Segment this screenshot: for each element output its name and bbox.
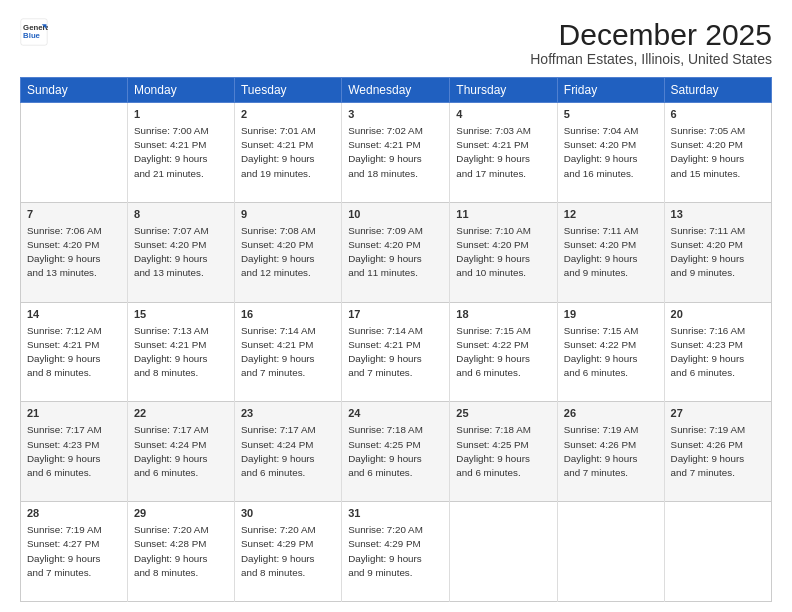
day-info: Sunrise: 7:09 AMSunset: 4:20 PMDaylight:… bbox=[348, 224, 443, 281]
day-number: 16 bbox=[241, 307, 335, 323]
calendar-cell bbox=[450, 502, 557, 602]
day-number: 30 bbox=[241, 506, 335, 522]
day-info: Sunrise: 7:15 AMSunset: 4:22 PMDaylight:… bbox=[564, 324, 658, 381]
day-number: 14 bbox=[27, 307, 121, 323]
svg-text:Blue: Blue bbox=[23, 31, 41, 40]
calendar-week-3: 14Sunrise: 7:12 AMSunset: 4:21 PMDayligh… bbox=[21, 302, 772, 402]
calendar-cell: 8Sunrise: 7:07 AMSunset: 4:20 PMDaylight… bbox=[127, 202, 234, 302]
day-number: 5 bbox=[564, 107, 658, 123]
day-info: Sunrise: 7:02 AMSunset: 4:21 PMDaylight:… bbox=[348, 124, 443, 181]
calendar-cell bbox=[21, 103, 128, 203]
day-info: Sunrise: 7:19 AMSunset: 4:26 PMDaylight:… bbox=[671, 423, 765, 480]
day-number: 22 bbox=[134, 406, 228, 422]
calendar-cell: 26Sunrise: 7:19 AMSunset: 4:26 PMDayligh… bbox=[557, 402, 664, 502]
calendar-cell: 7Sunrise: 7:06 AMSunset: 4:20 PMDaylight… bbox=[21, 202, 128, 302]
day-number: 1 bbox=[134, 107, 228, 123]
day-number: 31 bbox=[348, 506, 443, 522]
day-number: 13 bbox=[671, 207, 765, 223]
day-info: Sunrise: 7:17 AMSunset: 4:24 PMDaylight:… bbox=[241, 423, 335, 480]
col-saturday: Saturday bbox=[664, 78, 771, 103]
col-wednesday: Wednesday bbox=[342, 78, 450, 103]
calendar-cell: 23Sunrise: 7:17 AMSunset: 4:24 PMDayligh… bbox=[234, 402, 341, 502]
calendar-cell: 19Sunrise: 7:15 AMSunset: 4:22 PMDayligh… bbox=[557, 302, 664, 402]
calendar-cell: 20Sunrise: 7:16 AMSunset: 4:23 PMDayligh… bbox=[664, 302, 771, 402]
col-tuesday: Tuesday bbox=[234, 78, 341, 103]
day-info: Sunrise: 7:11 AMSunset: 4:20 PMDaylight:… bbox=[564, 224, 658, 281]
col-monday: Monday bbox=[127, 78, 234, 103]
calendar-cell: 16Sunrise: 7:14 AMSunset: 4:21 PMDayligh… bbox=[234, 302, 341, 402]
logo-icon: General Blue bbox=[20, 18, 48, 46]
calendar: Sunday Monday Tuesday Wednesday Thursday… bbox=[20, 77, 772, 602]
day-info: Sunrise: 7:12 AMSunset: 4:21 PMDaylight:… bbox=[27, 324, 121, 381]
calendar-cell: 29Sunrise: 7:20 AMSunset: 4:28 PMDayligh… bbox=[127, 502, 234, 602]
day-info: Sunrise: 7:00 AMSunset: 4:21 PMDaylight:… bbox=[134, 124, 228, 181]
calendar-cell: 18Sunrise: 7:15 AMSunset: 4:22 PMDayligh… bbox=[450, 302, 557, 402]
day-info: Sunrise: 7:04 AMSunset: 4:20 PMDaylight:… bbox=[564, 124, 658, 181]
day-number: 26 bbox=[564, 406, 658, 422]
day-number: 12 bbox=[564, 207, 658, 223]
day-info: Sunrise: 7:13 AMSunset: 4:21 PMDaylight:… bbox=[134, 324, 228, 381]
calendar-cell bbox=[664, 502, 771, 602]
calendar-cell: 12Sunrise: 7:11 AMSunset: 4:20 PMDayligh… bbox=[557, 202, 664, 302]
day-info: Sunrise: 7:03 AMSunset: 4:21 PMDaylight:… bbox=[456, 124, 550, 181]
day-info: Sunrise: 7:14 AMSunset: 4:21 PMDaylight:… bbox=[348, 324, 443, 381]
day-number: 19 bbox=[564, 307, 658, 323]
calendar-cell bbox=[557, 502, 664, 602]
day-number: 20 bbox=[671, 307, 765, 323]
calendar-cell: 9Sunrise: 7:08 AMSunset: 4:20 PMDaylight… bbox=[234, 202, 341, 302]
day-number: 28 bbox=[27, 506, 121, 522]
day-info: Sunrise: 7:05 AMSunset: 4:20 PMDaylight:… bbox=[671, 124, 765, 181]
day-number: 24 bbox=[348, 406, 443, 422]
calendar-cell: 24Sunrise: 7:18 AMSunset: 4:25 PMDayligh… bbox=[342, 402, 450, 502]
calendar-cell: 30Sunrise: 7:20 AMSunset: 4:29 PMDayligh… bbox=[234, 502, 341, 602]
day-number: 8 bbox=[134, 207, 228, 223]
day-info: Sunrise: 7:08 AMSunset: 4:20 PMDaylight:… bbox=[241, 224, 335, 281]
main-title: December 2025 bbox=[530, 18, 772, 51]
calendar-cell: 21Sunrise: 7:17 AMSunset: 4:23 PMDayligh… bbox=[21, 402, 128, 502]
calendar-cell: 14Sunrise: 7:12 AMSunset: 4:21 PMDayligh… bbox=[21, 302, 128, 402]
day-number: 10 bbox=[348, 207, 443, 223]
calendar-week-4: 21Sunrise: 7:17 AMSunset: 4:23 PMDayligh… bbox=[21, 402, 772, 502]
day-info: Sunrise: 7:10 AMSunset: 4:20 PMDaylight:… bbox=[456, 224, 550, 281]
calendar-cell: 17Sunrise: 7:14 AMSunset: 4:21 PMDayligh… bbox=[342, 302, 450, 402]
day-info: Sunrise: 7:18 AMSunset: 4:25 PMDaylight:… bbox=[348, 423, 443, 480]
day-info: Sunrise: 7:20 AMSunset: 4:29 PMDaylight:… bbox=[241, 523, 335, 580]
calendar-cell: 22Sunrise: 7:17 AMSunset: 4:24 PMDayligh… bbox=[127, 402, 234, 502]
day-info: Sunrise: 7:15 AMSunset: 4:22 PMDaylight:… bbox=[456, 324, 550, 381]
calendar-cell: 11Sunrise: 7:10 AMSunset: 4:20 PMDayligh… bbox=[450, 202, 557, 302]
calendar-week-2: 7Sunrise: 7:06 AMSunset: 4:20 PMDaylight… bbox=[21, 202, 772, 302]
svg-text:General: General bbox=[23, 23, 48, 32]
day-number: 4 bbox=[456, 107, 550, 123]
day-number: 18 bbox=[456, 307, 550, 323]
day-info: Sunrise: 7:06 AMSunset: 4:20 PMDaylight:… bbox=[27, 224, 121, 281]
day-number: 3 bbox=[348, 107, 443, 123]
day-number: 27 bbox=[671, 406, 765, 422]
calendar-cell: 27Sunrise: 7:19 AMSunset: 4:26 PMDayligh… bbox=[664, 402, 771, 502]
calendar-cell: 31Sunrise: 7:20 AMSunset: 4:29 PMDayligh… bbox=[342, 502, 450, 602]
day-info: Sunrise: 7:17 AMSunset: 4:24 PMDaylight:… bbox=[134, 423, 228, 480]
day-number: 2 bbox=[241, 107, 335, 123]
calendar-week-1: 1Sunrise: 7:00 AMSunset: 4:21 PMDaylight… bbox=[21, 103, 772, 203]
calendar-cell: 1Sunrise: 7:00 AMSunset: 4:21 PMDaylight… bbox=[127, 103, 234, 203]
calendar-cell: 4Sunrise: 7:03 AMSunset: 4:21 PMDaylight… bbox=[450, 103, 557, 203]
day-info: Sunrise: 7:19 AMSunset: 4:27 PMDaylight:… bbox=[27, 523, 121, 580]
logo: General Blue bbox=[20, 18, 48, 46]
day-number: 21 bbox=[27, 406, 121, 422]
calendar-cell: 13Sunrise: 7:11 AMSunset: 4:20 PMDayligh… bbox=[664, 202, 771, 302]
calendar-cell: 5Sunrise: 7:04 AMSunset: 4:20 PMDaylight… bbox=[557, 103, 664, 203]
col-sunday: Sunday bbox=[21, 78, 128, 103]
day-number: 17 bbox=[348, 307, 443, 323]
day-info: Sunrise: 7:17 AMSunset: 4:23 PMDaylight:… bbox=[27, 423, 121, 480]
title-block: December 2025 Hoffman Estates, Illinois,… bbox=[530, 18, 772, 67]
calendar-header-row: Sunday Monday Tuesday Wednesday Thursday… bbox=[21, 78, 772, 103]
day-number: 25 bbox=[456, 406, 550, 422]
header: General Blue December 2025 Hoffman Estat… bbox=[20, 18, 772, 67]
page: General Blue December 2025 Hoffman Estat… bbox=[0, 0, 792, 612]
day-number: 15 bbox=[134, 307, 228, 323]
day-number: 23 bbox=[241, 406, 335, 422]
day-number: 29 bbox=[134, 506, 228, 522]
calendar-cell: 3Sunrise: 7:02 AMSunset: 4:21 PMDaylight… bbox=[342, 103, 450, 203]
col-friday: Friday bbox=[557, 78, 664, 103]
day-info: Sunrise: 7:14 AMSunset: 4:21 PMDaylight:… bbox=[241, 324, 335, 381]
day-info: Sunrise: 7:07 AMSunset: 4:20 PMDaylight:… bbox=[134, 224, 228, 281]
